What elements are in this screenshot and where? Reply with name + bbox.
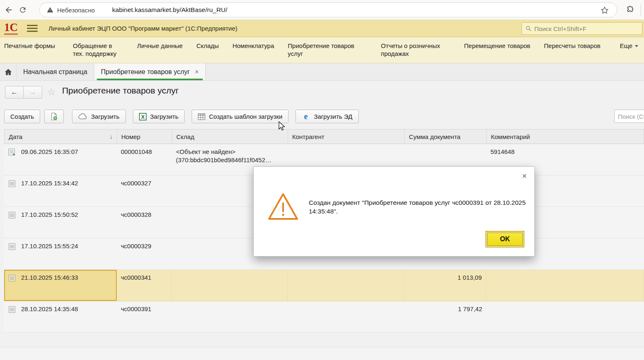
chevron-down-icon	[635, 45, 638, 47]
ed-e-icon: e	[302, 113, 310, 121]
browser-reload-icon[interactable]	[16, 3, 30, 17]
cell-date: 09.06.2025 16:35:07	[21, 148, 78, 156]
column-header-comment[interactable]: Комментарий	[487, 130, 644, 144]
menu-item-personal-data[interactable]: Личные данные	[137, 42, 183, 50]
history-nav: ← →	[5, 86, 42, 98]
window-tab-bar: Начальная страница Приобретение товаров …	[0, 63, 644, 81]
create-button[interactable]: Создать	[4, 110, 40, 123]
upload-ed-label: Загрузить ЭД	[314, 113, 352, 120]
column-header-warehouse[interactable]: Склад	[172, 130, 288, 144]
app-title: Личный кабинет ЭЦП ООО "Программ маркет"…	[48, 25, 237, 32]
menu-item-goods-acquisition[interactable]: Приобретение товаров услуг	[288, 42, 367, 58]
list-toolbar: Создать Загрузить X Загрузить	[4, 110, 359, 123]
cell-date: 17.10.2025 15:55:24	[21, 242, 78, 250]
sort-descending-icon[interactable]: ↓	[110, 133, 113, 140]
cell-number: чс0000328	[117, 207, 172, 238]
menu-item-more[interactable]: Еще	[620, 42, 638, 50]
menu-item-print-forms[interactable]: Печатные формы	[4, 42, 55, 50]
table-row-selected[interactable]: 21.10.2025 15:46:33 чс0000341 1 013,09	[4, 270, 644, 301]
favorite-star-icon[interactable]: ☆	[47, 86, 56, 98]
create-template-label: Создать шаблон загрузки	[209, 113, 282, 120]
document-icon	[8, 306, 16, 313]
page-title: Приобретение товаров услуг	[62, 86, 179, 96]
column-header-counterparty[interactable]: Контрагент	[288, 130, 405, 144]
browser-toolbar: Небезопасно kabinet.kassamarket.by/AktBa…	[0, 0, 644, 20]
screen: Небезопасно kabinet.kassamarket.by/AktBa…	[0, 0, 644, 360]
cell-date: 21.10.2025 15:46:33	[21, 274, 78, 282]
mouse-cursor	[278, 121, 286, 131]
svg-text:e: e	[304, 113, 308, 121]
1c-logo: 1С	[4, 22, 18, 35]
tab-start-page[interactable]: Начальная страница	[17, 63, 94, 80]
menu-item-warehouses[interactable]: Склады	[196, 42, 219, 50]
posted-document-icon	[8, 149, 16, 156]
copy-document-button[interactable]	[44, 110, 64, 123]
tab-label: Начальная страница	[23, 68, 87, 76]
upload-excel-label: Загрузить	[150, 113, 179, 120]
document-icon	[8, 274, 16, 282]
cell-number: чс0000391	[117, 301, 172, 332]
menu-item-retail-reports[interactable]: Отчеты о розничных продажах	[381, 42, 450, 58]
column-header-amount[interactable]: Сумма документа	[405, 130, 487, 144]
column-label: Дата	[9, 133, 22, 140]
menu-item-nomenclature[interactable]: Номенклатура	[233, 42, 274, 50]
address-bar[interactable]: Небезопасно kabinet.kassamarket.by/AktBa…	[39, 2, 617, 17]
cell-amount: 1 797,42	[404, 301, 486, 332]
cell-comment	[486, 270, 644, 301]
menu-item-support[interactable]: Обращение в тех. поддержку	[73, 42, 123, 58]
menu-item-goods-movement[interactable]: Перемещение товаров	[464, 42, 530, 50]
global-search-input[interactable]	[534, 25, 638, 32]
create-button-label: Создать	[10, 113, 34, 120]
menu-more-label: Еще	[620, 42, 632, 50]
cell-date: 17.10.2025 15:34:42	[21, 179, 78, 187]
bookmark-star-icon[interactable]	[600, 6, 609, 15]
warning-triangle-icon	[267, 192, 299, 221]
cell-number: чс0000327	[117, 175, 172, 206]
main-menu-hamburger-icon[interactable]	[27, 25, 38, 32]
history-back-button[interactable]: ←	[5, 86, 24, 98]
ok-button-focus-ring: OK	[485, 231, 524, 247]
create-upload-template-button[interactable]: Создать шаблон загрузки	[192, 110, 288, 123]
ok-button[interactable]: OK	[487, 233, 523, 246]
table-header-row: Дата ↓ Номер Склад Контрагент Сумма доку…	[4, 129, 644, 144]
document-icon	[8, 180, 16, 187]
notification-dialog: × Создан документ "Приобретение товаров …	[253, 166, 535, 257]
sections-menu: Печатные формы Обращение в тех. поддержк…	[0, 37, 644, 63]
search-icon	[525, 25, 532, 32]
tab-label: Приобретение товаров услуг	[101, 68, 190, 76]
svg-text:X: X	[141, 113, 144, 120]
chrome-separator	[641, 4, 641, 16]
history-forward-button[interactable]: →	[24, 86, 42, 98]
cell-comment	[486, 301, 644, 332]
table-row[interactable]: 28.10.2025 14:35:48 чс0000391 1 797,42	[4, 301, 644, 333]
not-secure-warning-icon	[46, 7, 54, 13]
url-text[interactable]: kabinet.kassamarket.by/AktBase/ru_RU/	[112, 6, 227, 14]
upload-cloud-button[interactable]: Загрузить	[72, 110, 126, 123]
upload-cloud-label: Загрузить	[91, 113, 120, 120]
cell-date: 28.10.2025 14:35:48	[21, 305, 78, 313]
cell-warehouse	[172, 301, 288, 332]
cell-number: чс0000329	[117, 238, 172, 269]
menu-item-goods-recount[interactable]: Пересчеты товаров	[544, 42, 600, 50]
browser-back-icon[interactable]	[2, 3, 16, 17]
list-search-input[interactable]	[614, 110, 644, 123]
extensions-puzzle-icon[interactable]	[626, 5, 635, 14]
dialog-message: Создан документ "Приобретение товаров ус…	[309, 198, 541, 216]
upload-excel-button[interactable]: X Загрузить	[133, 110, 185, 123]
cell-counterparty	[288, 270, 404, 301]
home-tab[interactable]	[0, 63, 17, 80]
security-label[interactable]: Небезопасно	[57, 7, 95, 14]
cell-number: 000001048	[117, 144, 172, 175]
focused-cell[interactable]: 21.10.2025 15:46:33	[4, 270, 117, 301]
home-icon	[4, 68, 12, 76]
column-header-number[interactable]: Номер	[117, 130, 172, 144]
upload-ed-button[interactable]: e Загрузить ЭД	[296, 110, 358, 123]
dialog-close-icon[interactable]: ×	[522, 172, 527, 180]
excel-icon: X	[139, 113, 147, 120]
column-header-date[interactable]: Дата ↓	[5, 130, 117, 144]
global-search[interactable]	[521, 22, 642, 35]
tab-goods-acquisition[interactable]: Приобретение товаров услуг ×	[94, 63, 206, 80]
cell-counterparty	[288, 301, 404, 332]
tab-close-icon[interactable]: ×	[195, 68, 199, 76]
document-icon	[8, 211, 16, 219]
